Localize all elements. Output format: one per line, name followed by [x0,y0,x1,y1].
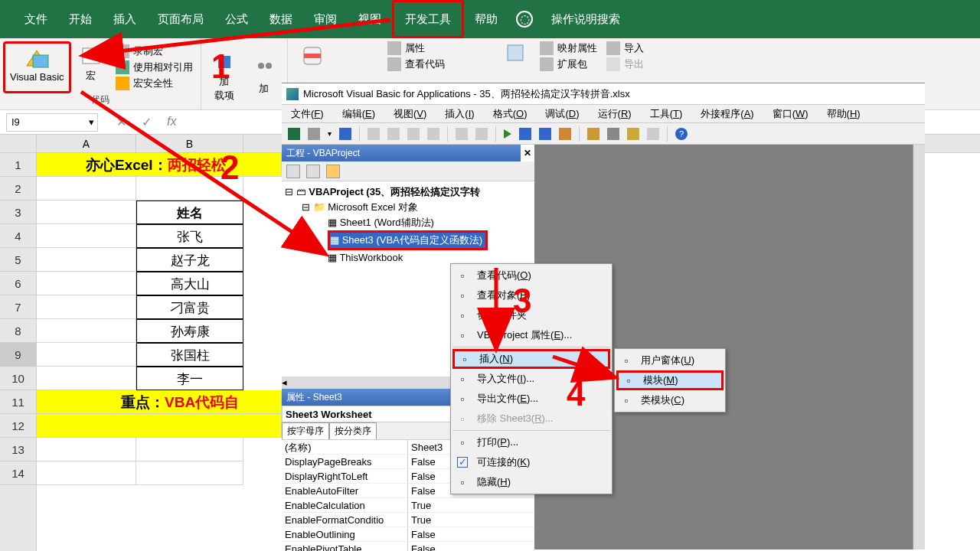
view-excel-icon[interactable] [288,128,300,140]
cell[interactable]: 孙寿康 [136,319,243,343]
cell[interactable] [136,438,243,461]
cell[interactable] [37,201,136,224]
property-row[interactable]: EnablePivotTableFalse [282,542,534,551]
tab-data[interactable]: 数据 [259,0,303,38]
prop-tab-category[interactable]: 按分类序 [329,422,377,439]
toolbox-icon[interactable] [647,128,659,140]
row-header[interactable]: 13 [0,438,36,461]
excel-addins-button[interactable]: 加 [244,54,284,97]
ctx-item-切换文件夹[interactable]: ▫切换文件夹 [452,305,610,325]
use-relative-button[interactable]: 使用相对引用 [116,60,193,74]
ctx-item-查看对象[interactable]: ▫查看对象(B) [452,285,610,305]
ctx-item-隐藏[interactable]: ▫隐藏(H) [452,472,610,492]
close-icon[interactable]: ✕ [521,145,534,161]
cell[interactable] [37,248,136,272]
import-button[interactable]: 导入 [606,41,644,55]
row-header[interactable]: 3 [0,201,36,224]
vbe-menu-item[interactable]: 运行(R) [598,107,632,121]
name-box[interactable]: I9▾ [6,113,98,132]
vbe-menu-item[interactable]: 插入(I) [445,107,474,121]
ctx-item-打印[interactable]: ▫打印(P)... [452,432,610,452]
addins-button[interactable]: 加 载项 [204,47,244,104]
note-cell[interactable]: 重点：VBA代码自 [37,390,282,414]
view-object-icon[interactable] [306,165,320,178]
cell[interactable] [37,295,136,319]
vbe-menu-item[interactable]: 格式(O) [493,107,528,121]
redo-icon[interactable] [475,128,488,140]
scrollbar-vertical[interactable] [913,145,925,549]
row-header[interactable]: 2 [0,177,36,201]
fx-button[interactable]: fx [167,115,176,129]
tab-formulas[interactable]: 公式 [214,0,259,38]
map-props-button[interactable]: 映射属性 [540,41,597,55]
cell[interactable]: 张飞 [136,224,243,248]
vbe-menu-item[interactable]: 工具(T) [650,107,683,121]
paste-icon[interactable] [407,128,420,140]
row-header[interactable]: 5 [0,248,36,272]
undo-icon[interactable] [456,128,468,140]
cell[interactable]: 高大山 [136,272,243,295]
vbe-menu-item[interactable]: 视图(V) [394,107,426,121]
vbe-menu-item[interactable]: 窗口(W) [773,107,808,121]
help-icon[interactable]: ? [675,128,688,140]
record-macro-button[interactable]: 录制宏 [116,44,193,58]
property-row[interactable]: EnableOutliningFalse [282,527,534,542]
enter-icon[interactable]: ✓ [142,115,152,129]
col-header[interactable]: B [136,135,243,152]
project-panel-title[interactable]: 工程 - VBAProject✕ [282,145,534,161]
tab-developer[interactable]: 开发工具 [392,0,464,38]
tab-file[interactable]: 文件 [14,0,58,38]
ctx-item-导出文件[interactable]: ▫导出文件(E)... [452,389,610,409]
cell[interactable] [37,177,136,201]
break-icon[interactable] [519,128,531,140]
cell[interactable] [136,461,243,485]
cut-icon[interactable] [368,128,380,140]
design-icon[interactable] [559,128,571,140]
dropdown-icon[interactable]: ▾ [328,129,332,138]
visual-basic-button[interactable]: Visual Basic [3,41,71,93]
row-header[interactable]: 8 [0,319,36,343]
vbe-menu-item[interactable]: 外接程序(A) [701,107,753,121]
cell[interactable] [37,438,136,461]
macros-button[interactable]: 宏 [71,41,111,93]
cell[interactable] [37,414,282,438]
ctx-sub-用户窗体[interactable]: ▫用户窗体(U) [616,350,724,370]
tab-view[interactable]: 视图 [348,0,392,38]
row-header[interactable]: 7 [0,295,36,319]
cell[interactable] [37,224,136,248]
select-all-corner[interactable] [0,135,36,153]
project-explorer-icon[interactable] [587,128,599,140]
reset-icon[interactable] [539,128,551,140]
vbe-menu-item[interactable]: 帮助(H) [827,107,861,121]
row-header[interactable]: 9 [0,343,36,367]
toggle-folders-icon[interactable] [326,165,340,178]
cell[interactable] [37,343,136,367]
view-code-button[interactable]: 查看代码 [387,57,445,71]
tree-sheet1[interactable]: Sheet1 (Word辅助法) [340,217,434,228]
vbe-titlebar[interactable]: Microsoft Visual Basic for Applications … [282,83,925,105]
macro-security-button[interactable]: 宏安全性 [116,77,193,90]
tell-me-search[interactable]: 操作说明搜索 [541,0,631,38]
ctx-item-VBAProject 属性[interactable]: ▫VBAProject 属性(E)... [452,325,610,345]
export-button[interactable]: 导出 [606,57,644,71]
ctx-sub-类模块[interactable]: ▫类模块(C) [616,390,724,410]
row-header[interactable]: 11 [0,390,36,414]
cell[interactable] [37,367,136,390]
insert-control-button[interactable] [292,41,332,70]
property-row[interactable]: EnableFormatConditioTrue [282,513,534,527]
cancel-icon[interactable]: ✕ [116,115,126,129]
tree-sheet3-selected[interactable]: ▦ Sheet3 (VBA代码自定义函数法) [328,230,488,250]
property-row[interactable]: EnableCalculationTrue [282,498,534,513]
ctx-item-导入文件[interactable]: ▫导入文件(I)... [452,369,610,389]
cell[interactable] [37,461,136,485]
copy-icon[interactable] [387,128,400,140]
cell[interactable]: 李一 [136,367,243,390]
tree-thisworkbook[interactable]: ThisWorkbook [339,252,403,263]
prop-tab-alpha[interactable]: 按字母序 [282,422,329,439]
col-header[interactable]: A [37,135,136,152]
cell[interactable]: 姓名 [136,201,243,224]
cell[interactable] [37,272,136,295]
tab-insert[interactable]: 插入 [103,0,147,38]
find-icon[interactable] [427,128,439,140]
expand-button[interactable]: 扩展包 [540,57,597,71]
